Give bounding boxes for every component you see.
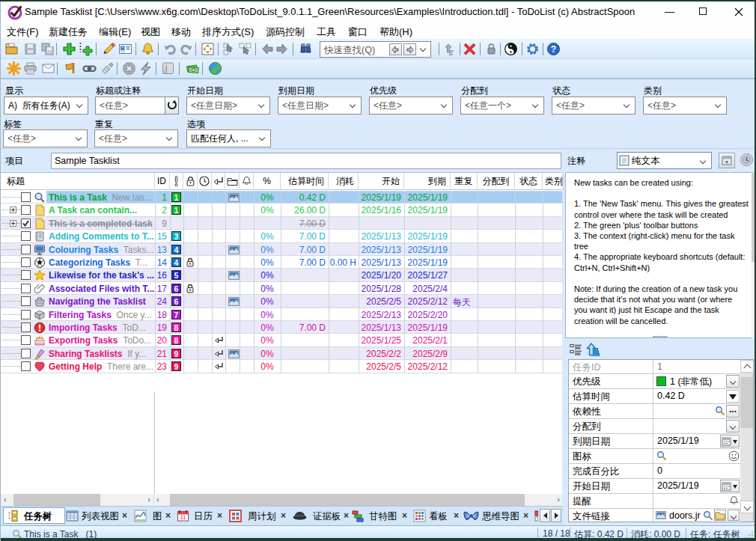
svg-text:?: ? [551,44,556,55]
svg-text:31: 31 [180,515,186,520]
